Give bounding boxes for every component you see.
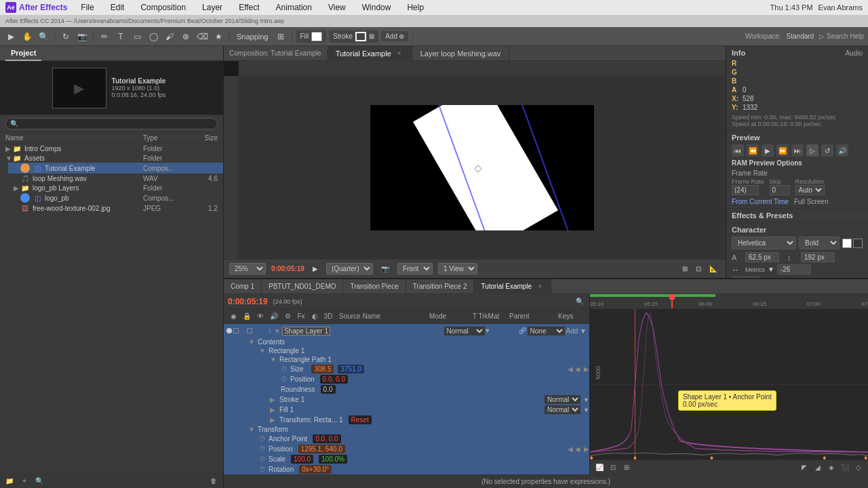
list-item[interactable]: ▼ Contents — [248, 338, 589, 346]
menu-animation[interactable]: Animation — [273, 1, 315, 14]
layer-expand-btn[interactable]: ▼ — [274, 327, 281, 335]
lc-solo[interactable]: ◉ — [228, 311, 239, 322]
playhead[interactable] — [671, 294, 673, 308]
search-layers-btn[interactable]: 🔍 — [574, 296, 585, 307]
comp-tab-layer[interactable]: Layer loop Meshing.wav — [412, 46, 510, 61]
menu-edit[interactable]: Edit — [108, 1, 127, 14]
ease-in-btn[interactable]: ◤ — [799, 462, 810, 473]
timeline-tab-comp1[interactable]: Comp 1 — [224, 279, 262, 294]
tool-select[interactable]: ▶ — [4, 30, 18, 43]
audio-tab[interactable]: Audio — [845, 49, 863, 57]
layer-vis-dot[interactable] — [226, 328, 232, 333]
to-start-btn[interactable]: ⏮ — [732, 144, 744, 157]
tool-eraser[interactable]: ⌫ — [195, 30, 209, 43]
fill-mode[interactable]: Normal — [545, 405, 580, 414]
kf-add[interactable]: ◆ — [576, 365, 581, 373]
kf-nav-right[interactable]: ▶ — [584, 365, 589, 373]
new-comp-btn[interactable]: + — [19, 476, 30, 487]
menu-window[interactable]: Window — [359, 1, 394, 14]
ram-play-btn[interactable]: ▷ — [806, 144, 818, 157]
pos-kf-left[interactable]: ◀ — [568, 445, 573, 453]
view-select[interactable]: Front — [397, 263, 433, 274]
font-size-input[interactable] — [745, 252, 779, 262]
list-item[interactable]: 🖼 free-wood-texture-002.jpg JPEG 1.2 — [8, 203, 223, 213]
list-item[interactable]: ▶ 📁 logo_pb Layers Folder — [8, 183, 223, 192]
list-item[interactable]: 🎵 loop Meshing.wav WAV 4.6 — [8, 174, 223, 183]
stroke-button[interactable]: Stroke ⊠ — [329, 30, 378, 43]
show-props-btn[interactable]: ⊡ — [608, 462, 618, 473]
transform-rect-expand[interactable]: ▶ — [270, 416, 277, 424]
list-item[interactable]: ⏱ Anchor Point 0.0, 0.0 — [259, 434, 589, 444]
list-item[interactable]: ⏱ Size 308.5 3751.0 ◀ ◆ — [281, 364, 589, 374]
font-select[interactable]: Helvetica — [732, 237, 796, 249]
tool-puppet[interactable]: ★ — [212, 30, 225, 43]
rect-expand[interactable]: ▼ — [259, 347, 266, 354]
menu-help[interactable]: Help — [404, 1, 427, 14]
comp-tab-close[interactable]: × — [395, 49, 403, 58]
tool-cam[interactable]: 📷 — [75, 30, 89, 43]
search-input[interactable] — [5, 118, 218, 129]
full-screen-btn[interactable]: Full Screen — [794, 198, 829, 205]
list-item[interactable]: ⏱ Rotation 0x+30.0° — [259, 464, 589, 474]
list-item[interactable]: ◫ logo_pb Compos... — [8, 192, 223, 203]
layer-audio-btn[interactable] — [233, 328, 239, 333]
list-item[interactable]: ▶ Stroke 1 Normal ▼ — [270, 394, 589, 405]
list-item[interactable]: ⏱ Position 0.0, 0.0 — [281, 374, 589, 384]
workspace-select[interactable]: Standard — [787, 33, 814, 40]
quality-select[interactable]: (Quarter) (Half) (Full) — [326, 263, 373, 274]
menu-effect[interactable]: Effect — [236, 1, 262, 14]
graph-mode-btn[interactable]: 📈 — [594, 462, 605, 473]
views-select[interactable]: 1 View — [438, 263, 477, 274]
add-key-btn[interactable]: Add ▼ — [566, 327, 587, 335]
project-tab[interactable]: Project — [5, 46, 41, 61]
loop-btn[interactable]: ↺ — [821, 144, 833, 157]
stroke-color-swatch[interactable] — [853, 239, 863, 248]
expand-icon[interactable]: ▼ — [5, 155, 12, 162]
grid-btn[interactable]: ⊞ — [679, 264, 690, 274]
snapshot-btn[interactable]: 📷 — [378, 264, 392, 274]
menu-layer[interactable]: Layer — [199, 1, 225, 14]
tracking-input[interactable] — [777, 264, 811, 274]
lc-3d[interactable]: 3D — [323, 311, 334, 322]
tool-hand[interactable]: ✋ — [20, 30, 34, 43]
timeline-tab-trans2[interactable]: Transition Piece 2 — [406, 279, 475, 294]
layer-solo-btn[interactable] — [240, 328, 245, 333]
new-folder-btn[interactable]: 📁 — [4, 476, 15, 487]
list-item[interactable]: ▶ Fill 1 Normal ▼ — [270, 405, 589, 415]
pos-kf-right[interactable]: ▶ — [584, 445, 589, 453]
lc-lock[interactable]: 🔒 — [241, 311, 252, 322]
list-item[interactable]: ▶ 📁 Intro Comps Folder — [0, 144, 223, 153]
parent-select[interactable]: None — [528, 327, 565, 336]
from-current-btn[interactable]: From Current Time — [732, 198, 789, 205]
pos-kf-add[interactable]: ◆ — [576, 445, 581, 453]
tool-paint[interactable]: 🖌 — [163, 30, 176, 43]
tool-text[interactable]: T — [114, 30, 127, 43]
list-item[interactable]: ▼ Transform — [248, 425, 589, 434]
mute-btn[interactable]: 🔊 — [836, 144, 848, 157]
zoom-select[interactable]: 25% 50% 100% — [229, 263, 266, 274]
timeline-tab-trans1[interactable]: Transition Piece — [343, 279, 406, 294]
menu-file[interactable]: File — [78, 1, 96, 14]
tab-close-icon[interactable]: × — [536, 283, 544, 291]
delete-btn[interactable]: 🗑 — [208, 476, 219, 487]
snapping-toggle[interactable]: ⊞ — [274, 30, 288, 43]
lc-visibility[interactable]: 👁 — [255, 311, 266, 322]
style-select[interactable]: Bold — [799, 237, 840, 249]
list-item[interactable]: ▼ Rectangle 1 — [259, 346, 589, 355]
comp-tab-tutorial[interactable]: Tutorial Example × — [328, 46, 412, 61]
tool-shape-ellipse[interactable]: ◯ — [146, 30, 160, 43]
fill-color-swatch[interactable] — [842, 239, 852, 248]
hold-btn[interactable]: ⬛ — [840, 462, 850, 473]
skip-input[interactable] — [770, 185, 790, 195]
lc-effects[interactable]: Fx — [296, 311, 307, 322]
to-end-btn[interactable]: ⏭ — [791, 144, 804, 157]
step-fwd-btn[interactable]: ⏩ — [776, 144, 789, 157]
lc-audio[interactable]: 🔊 — [269, 311, 279, 322]
tool-rotate[interactable]: ↻ — [59, 30, 73, 43]
lc-adjustment[interactable]: ◐ — [309, 311, 320, 322]
layer-mode-select[interactable]: Normal — [444, 327, 485, 336]
layer-lock-btn[interactable] — [247, 328, 252, 333]
menu-view[interactable]: View — [326, 1, 349, 14]
list-item[interactable]: ⏱ Position 1295.1, 540.0 ◀ ◆ ▶ — [259, 444, 589, 454]
fill-expand[interactable]: ▶ — [270, 406, 277, 413]
